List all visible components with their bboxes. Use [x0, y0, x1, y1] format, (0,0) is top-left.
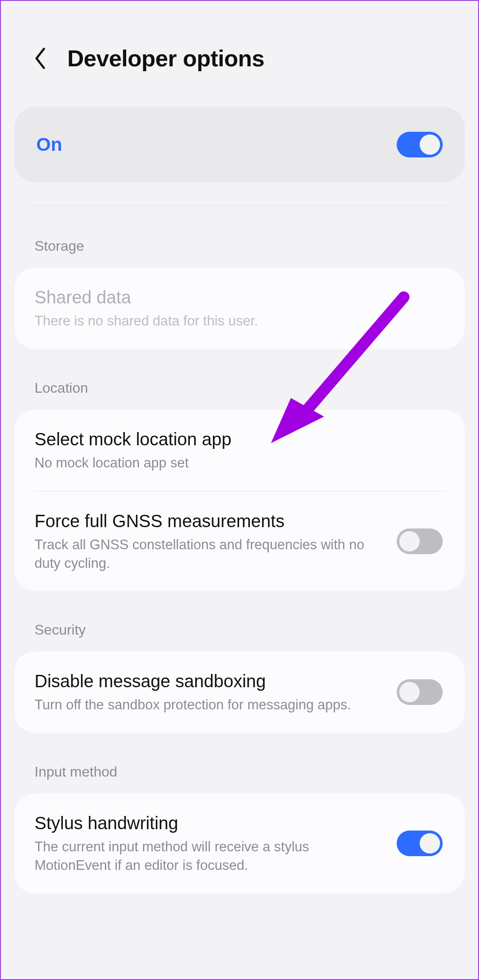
- gnss-toggle-switch[interactable]: [397, 528, 443, 554]
- row-stylus-handwriting[interactable]: Stylus handwriting The current input met…: [14, 793, 465, 893]
- page-title: Developer options: [67, 45, 264, 72]
- row-select-mock-location[interactable]: Select mock location app No mock locatio…: [14, 410, 465, 491]
- row-subtitle: Track all GNSS constellations and freque…: [35, 536, 383, 573]
- row-force-full-gnss[interactable]: Force full GNSS measurements Track all G…: [14, 491, 465, 591]
- section-header-input-method: Input method: [1, 733, 478, 793]
- section-header-security: Security: [1, 591, 478, 651]
- master-toggle-switch[interactable]: [397, 132, 443, 157]
- master-toggle-row[interactable]: On: [14, 107, 465, 182]
- section-header-storage: Storage: [1, 207, 478, 268]
- row-subtitle: Turn off the sandbox protection for mess…: [35, 696, 383, 714]
- row-title: Select mock location app: [35, 428, 443, 450]
- row-disable-message-sandboxing[interactable]: Disable message sandboxing Turn off the …: [14, 651, 465, 733]
- card-security: Disable message sandboxing Turn off the …: [14, 651, 465, 733]
- row-title: Disable message sandboxing: [35, 670, 383, 692]
- app-header: Developer options: [1, 1, 478, 98]
- row-subtitle: There is no shared data for this user.: [35, 312, 443, 330]
- row-subtitle: The current input method will receive a …: [35, 838, 383, 875]
- sandbox-toggle-switch[interactable]: [397, 679, 443, 705]
- row-title: Stylus handwriting: [35, 812, 383, 834]
- row-shared-data: Shared data There is no shared data for …: [14, 268, 465, 349]
- row-title: Shared data: [35, 286, 443, 308]
- row-title: Force full GNSS measurements: [35, 510, 383, 532]
- master-toggle-label: On: [36, 134, 62, 155]
- stylus-toggle-switch[interactable]: [397, 831, 443, 856]
- card-input-method: Stylus handwriting The current input met…: [14, 793, 465, 893]
- card-storage: Shared data There is no shared data for …: [14, 268, 465, 349]
- chevron-left-icon: [34, 48, 47, 69]
- row-subtitle: No mock location app set: [35, 454, 443, 472]
- back-button[interactable]: [32, 50, 50, 67]
- section-header-location: Location: [1, 349, 478, 410]
- card-location: Select mock location app No mock locatio…: [14, 410, 465, 591]
